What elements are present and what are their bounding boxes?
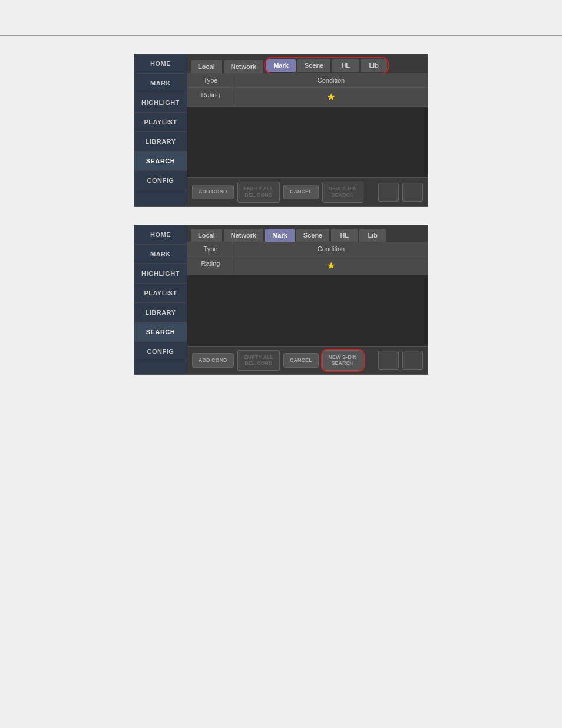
tab-bar: LocalNetworkMarkSceneHLLib: [187, 54, 428, 73]
tab-local[interactable]: Local: [191, 60, 222, 73]
tab-scene[interactable]: Scene: [297, 59, 330, 72]
sidebar-item-config[interactable]: CONFIG: [134, 342, 187, 361]
sidebar-item-search[interactable]: SEARCH: [134, 322, 187, 342]
star-icon: ★: [327, 92, 335, 102]
footer-btn-add-cond[interactable]: ADD COND: [192, 185, 234, 199]
sidebar-item-library[interactable]: LIBRARY: [134, 132, 187, 151]
footer-btn-empty-all-del-cond: EMPTY ALLDEL COND: [237, 182, 280, 203]
cell-condition: ★: [234, 88, 428, 106]
footer-bar: ADD CONDEMPTY ALLDEL CONDCANCELNEW S-BIN…: [187, 346, 428, 375]
sidebar-item-highlight[interactable]: HIGHLIGHT: [134, 264, 187, 284]
col-header-condition: Condition: [234, 73, 428, 87]
top-divider: [0, 35, 562, 36]
table-area: TypeConditionRating★: [187, 242, 428, 275]
tab-local[interactable]: Local: [191, 229, 222, 242]
footer-empty-box-1: [402, 183, 423, 202]
empty-area: [187, 107, 428, 177]
footer-btn-empty-all-del-cond: EMPTY ALLDEL COND: [237, 350, 280, 371]
panel-wrapper: HOMEMARKHIGHLIGHTPLAYLISTLIBRARYSEARCHCO…: [134, 54, 428, 375]
footer-btn-cancel[interactable]: CANCEL: [283, 185, 319, 199]
sidebar-item-playlist[interactable]: PLAYLIST: [134, 113, 187, 132]
col-header-condition: Condition: [234, 242, 428, 256]
tab-network[interactable]: Network: [224, 60, 263, 73]
col-header-type: Type: [187, 242, 234, 256]
footer-bar: ADD CONDEMPTY ALLDEL CONDCANCELNEW S-BIN…: [187, 177, 428, 206]
sidebar-item-config[interactable]: CONFIG: [134, 171, 187, 190]
cell-condition: ★: [234, 256, 428, 275]
sidebar-item-search[interactable]: SEARCH: [134, 151, 187, 171]
star-icon: ★: [327, 261, 335, 271]
circled-btn-wrapper-new-s-bin-search: NEW S-BINSEARCH: [322, 350, 363, 371]
tab-hl[interactable]: HL: [332, 59, 359, 72]
panel-panel2: HOMEMARKHIGHLIGHTPLAYLISTLIBRARYSEARCHCO…: [134, 225, 428, 375]
cell-type: Rating: [187, 88, 234, 106]
table-header-row: TypeCondition: [187, 242, 428, 256]
table-area: TypeConditionRating★: [187, 73, 428, 107]
sidebar-item-home[interactable]: HOME: [134, 54, 187, 74]
footer-btn-add-cond[interactable]: ADD COND: [192, 353, 234, 368]
tab-hl[interactable]: HL: [331, 229, 358, 242]
table-header-row: TypeCondition: [187, 73, 428, 88]
footer-empty-box-0: [378, 183, 399, 202]
col-header-type: Type: [187, 73, 234, 87]
sidebar: HOMEMARKHIGHLIGHTPLAYLISTLIBRARYSEARCHCO…: [134, 54, 187, 206]
cell-type: Rating: [187, 256, 234, 275]
sidebar: HOMEMARKHIGHLIGHTPLAYLISTLIBRARYSEARCHCO…: [134, 225, 187, 375]
footer-btn-new-s-bin-search[interactable]: NEW S-BINSEARCH: [322, 350, 363, 371]
footer-btn-new-s-bin-search: NEW S-BINSEARCH: [322, 182, 363, 203]
tab-scene[interactable]: Scene: [296, 229, 329, 242]
tab-lib[interactable]: Lib: [359, 229, 386, 242]
table-row: Rating★: [187, 88, 428, 107]
main-content: LocalNetworkMarkSceneHLLibTypeConditionR…: [187, 54, 428, 206]
panel-panel1: HOMEMARKHIGHLIGHTPLAYLISTLIBRARYSEARCHCO…: [134, 54, 428, 207]
footer-empty-box-1: [402, 351, 423, 370]
tab-mark[interactable]: Mark: [265, 229, 295, 242]
footer-empty-box-0: [378, 351, 399, 370]
sidebar-item-mark[interactable]: MARK: [134, 74, 187, 93]
main-content: LocalNetworkMarkSceneHLLibTypeConditionR…: [187, 225, 428, 375]
circled-tabs-group: MarkSceneHLLib: [265, 58, 388, 73]
tab-network[interactable]: Network: [224, 229, 263, 242]
table-row: Rating★: [187, 256, 428, 275]
tab-bar: LocalNetworkMarkSceneHLLib: [187, 225, 428, 242]
sidebar-item-library[interactable]: LIBRARY: [134, 303, 187, 322]
sidebar-item-home[interactable]: HOME: [134, 225, 187, 245]
footer-btn-cancel[interactable]: CANCEL: [283, 353, 319, 368]
tab-mark[interactable]: Mark: [266, 59, 296, 72]
empty-area: [187, 275, 428, 346]
tab-lib[interactable]: Lib: [361, 59, 387, 72]
sidebar-item-mark[interactable]: MARK: [134, 245, 187, 264]
sidebar-item-highlight[interactable]: HIGHLIGHT: [134, 93, 187, 113]
sidebar-item-playlist[interactable]: PLAYLIST: [134, 284, 187, 303]
